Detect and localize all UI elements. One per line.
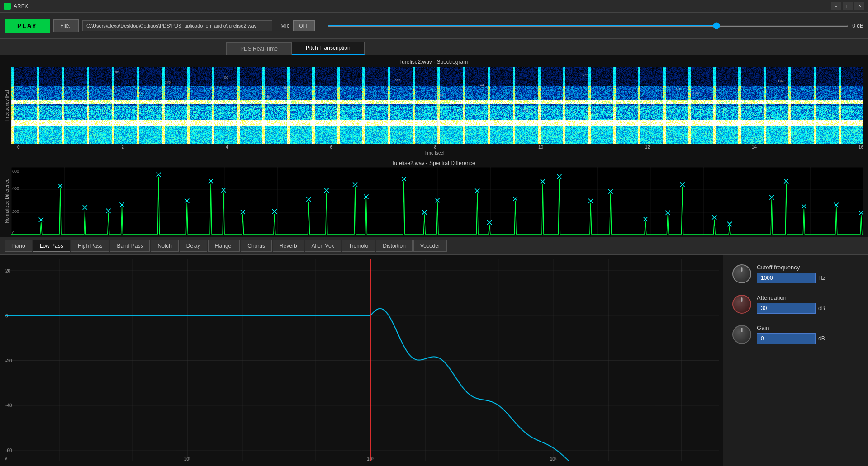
spectrogram-xaxis: 0246810121416 [5, 144, 863, 151]
gain-knob[interactable] [732, 325, 751, 344]
spectrogram-wrapper: Frequency [Hz] [5, 67, 863, 144]
spectrogram-xtick: 4 [226, 145, 228, 150]
spectrogram-xtick: 16 [859, 145, 863, 150]
controls-panel: Cutoff frequency Hz Attenuation dB [723, 255, 868, 466]
gain-input-row: dB [757, 333, 859, 344]
gain-knob-container[interactable] [732, 325, 751, 344]
spectrogram-xtick: 10 [538, 145, 543, 150]
cutoff-control-row: Cutoff frequency Hz [732, 264, 859, 283]
gain-input[interactable] [757, 333, 816, 344]
titlebar-controls: − □ ✕ [831, 2, 864, 10]
play-button[interactable]: PLAY [5, 19, 50, 33]
spectrogram-xtick: 12 [645, 145, 650, 150]
effect-tab-band-pass[interactable]: Band Pass [110, 240, 150, 252]
cutoff-knob[interactable] [732, 264, 751, 283]
volume-control: 0 dB [327, 23, 863, 29]
spectrogram-canvas [11, 67, 863, 144]
mic-toggle-button[interactable]: OFF [293, 20, 315, 31]
app-title: ARFX [14, 3, 28, 9]
gain-control-row: Gain dB [732, 325, 859, 344]
attenuation-input[interactable] [757, 303, 816, 314]
spectrogram-xtick: 8 [434, 145, 437, 150]
tab-pitch-transcription[interactable]: Pitch Transcription [292, 42, 365, 55]
spectrogram-xtick: 14 [752, 145, 757, 150]
minimize-button[interactable]: − [831, 2, 841, 10]
effect-tab-flanger[interactable]: Flanger [208, 240, 240, 252]
attenuation-knob[interactable] [732, 295, 751, 314]
tab-pds-realtime[interactable]: PDS Real-Time [226, 42, 292, 55]
effect-tab-tremolo[interactable]: Tremolo [342, 240, 375, 252]
spectral-section: furelise2.wav - Spectral Difference Norm… [0, 158, 868, 237]
cutoff-input-row: Hz [757, 273, 859, 283]
cutoff-input[interactable] [757, 273, 816, 283]
effect-tab-notch[interactable]: Notch [151, 240, 178, 252]
spectrogram-xlabel: Time [sec] [5, 151, 863, 155]
cutoff-label: Cutoff frequency [757, 264, 859, 271]
attenuation-label: Attenuation [757, 294, 859, 301]
titlebar-left: ARFX [4, 3, 28, 10]
main-tabbar: PDS Real-Time Pitch Transcription [0, 39, 868, 55]
spectrogram-section: furelise2.wav - Spectrogram Frequency [H… [0, 55, 868, 158]
main-content: furelise2.wav - Spectrogram Frequency [H… [0, 55, 868, 466]
effect-tab-alien-vox[interactable]: Alien Vox [305, 240, 341, 252]
effect-tab-distortion[interactable]: Distortion [376, 240, 413, 252]
file-button[interactable]: File.. [53, 19, 79, 32]
close-button[interactable]: ✕ [854, 2, 864, 10]
attenuation-info: Attenuation dB [757, 294, 859, 314]
spectrogram-xtick: 6 [330, 145, 332, 150]
cutoff-info: Cutoff frequency Hz [757, 264, 859, 283]
effect-tab-reverb[interactable]: Reverb [273, 240, 304, 252]
filepath-input[interactable] [82, 20, 272, 31]
spectral-title: furelise2.wav - Spectral Difference [5, 160, 863, 166]
spectrogram-xtick: 0 [17, 145, 20, 150]
gain-label: Gain [757, 325, 859, 331]
cutoff-knob-container[interactable] [732, 264, 751, 283]
effect-tab-delay[interactable]: Delay [180, 240, 207, 252]
volume-label: 0 dB [852, 23, 863, 29]
attenuation-input-row: dB [757, 303, 859, 314]
gain-info: Gain dB [757, 325, 859, 344]
bottom-section: Cutoff frequency Hz Attenuation dB [0, 255, 868, 466]
volume-slider[interactable] [327, 25, 849, 27]
filter-response-canvas [5, 259, 719, 461]
spectral-canvas [11, 167, 863, 235]
spectral-ylabel: Normalized Difference [5, 167, 9, 235]
gain-unit: dB [818, 335, 825, 342]
filter-graph-container [0, 255, 723, 466]
effect-tabs: PianoLow PassHigh PassBand PassNotchDela… [0, 237, 868, 255]
effect-tab-low-pass[interactable]: Low Pass [33, 240, 70, 252]
spectrogram-canvas-element [11, 67, 863, 144]
spectral-wrapper: Normalized Difference [5, 167, 863, 235]
effect-tab-vocoder[interactable]: Vocoder [413, 240, 447, 252]
cutoff-unit: Hz [818, 275, 825, 281]
effect-tab-piano[interactable]: Piano [5, 240, 32, 252]
effect-tab-high-pass[interactable]: High Pass [71, 240, 109, 252]
spectrogram-xtick: 2 [121, 145, 124, 150]
toolbar: PLAY File.. Mic OFF 0 dB [0, 13, 868, 39]
mic-label: Mic [280, 22, 289, 29]
spectral-canvas-element [11, 167, 863, 235]
titlebar: ARFX − □ ✕ [0, 0, 868, 13]
attenuation-unit: dB [818, 305, 825, 311]
app-icon [4, 3, 11, 10]
spectrogram-ylabel: Frequency [Hz] [5, 67, 9, 144]
attenuation-knob-container[interactable] [732, 295, 751, 314]
attenuation-control-row: Attenuation dB [732, 294, 859, 314]
effect-tab-chorus[interactable]: Chorus [241, 240, 272, 252]
spectrogram-title: furelise2.wav - Spectrogram [5, 59, 863, 65]
maximize-button[interactable]: □ [843, 2, 853, 10]
